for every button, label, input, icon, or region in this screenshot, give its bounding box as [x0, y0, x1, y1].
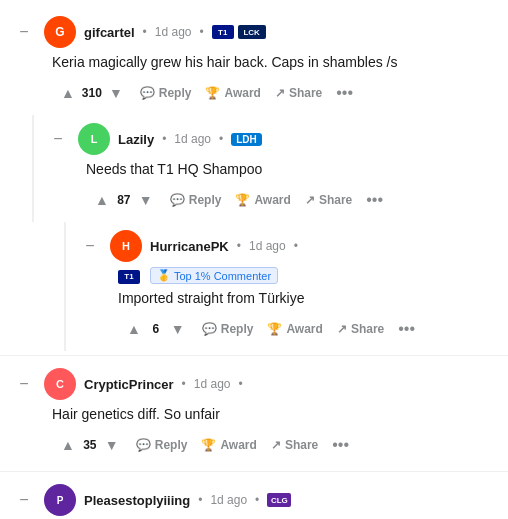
reply-button-crypticprincer[interactable]: 💬 Reply [130, 434, 194, 456]
divider-2 [0, 471, 508, 472]
share-button-crypticprincer[interactable]: ↗ Share [265, 434, 324, 456]
vote-up-crypticprincer[interactable]: ▲ [58, 435, 78, 455]
medal-icon: 🥇 [157, 269, 171, 282]
collapse-button-hurricanepk[interactable]: − [78, 234, 102, 258]
username-lazily: Lazily [118, 132, 154, 147]
flair-gifcartel: T1 LCK [212, 25, 266, 39]
comment-header-hurricanepk: − H HurricanePK • 1d ago • [78, 230, 496, 262]
comment-actions-gifcartel: ▲ 310 ▼ 💬 Reply 🏆 Award ↗ Share ••• [12, 79, 496, 107]
award-icon: 🏆 [267, 322, 282, 336]
vote-count-gifcartel: 310 [82, 86, 102, 100]
timestamp-hurricanepk: 1d ago [249, 239, 286, 253]
share-icon: ↗ [271, 438, 281, 452]
reply-button-hurricanepk[interactable]: 💬 Reply [196, 318, 260, 340]
more-button-hurricanepk[interactable]: ••• [392, 316, 421, 342]
comment-gifcartel: − G gifcartel • 1d ago • T1 LCK Keria ma… [0, 8, 508, 115]
timestamp-lazily: 1d ago [174, 132, 211, 146]
vote-down-gifcartel[interactable]: ▼ [106, 83, 126, 103]
comment-pleasestoplyiiing: − P Pleasestoplyiiing • 1d ago • CLG Hai… [0, 476, 508, 519]
comment-actions-crypticprincer: ▲ 35 ▼ 💬 Reply 🏆 Award ↗ Share ••• [12, 431, 496, 459]
comment-header-gifcartel: − G gifcartel • 1d ago • T1 LCK [12, 16, 496, 48]
vote-up-gifcartel[interactable]: ▲ [58, 83, 78, 103]
timestamp-gifcartel: 1d ago [155, 25, 192, 39]
comment-body-gifcartel: Keria magically grew his hair back. Caps… [12, 52, 496, 73]
flair-lazily: LDH [231, 133, 262, 146]
timestamp-crypticprincer: 1d ago [194, 377, 231, 391]
comment-header-lazily: − L Lazily • 1d ago • LDH [46, 123, 496, 155]
avatar-gifcartel: G [44, 16, 76, 48]
top-commenter-badge-hurricanepk: 🥇 Top 1% Commenter [150, 267, 278, 284]
flair-row-hurricanepk: T1 🥇 Top 1% Commenter [78, 266, 496, 284]
reply-icon: 💬 [136, 438, 151, 452]
share-icon: ↗ [305, 193, 315, 207]
vote-count-hurricanepk: 6 [148, 322, 164, 336]
share-button-gifcartel[interactable]: ↗ Share [269, 82, 328, 104]
award-button-lazily[interactable]: 🏆 Award [229, 189, 296, 211]
collapse-button-gifcartel[interactable]: − [12, 20, 36, 44]
collapse-button-lazily[interactable]: − [46, 127, 70, 151]
award-button-hurricanepk[interactable]: 🏆 Award [261, 318, 328, 340]
avatar-hurricanepk: H [110, 230, 142, 262]
username-pleasestoplyiiing: Pleasestoplyiiing [84, 493, 190, 508]
vote-down-crypticprincer[interactable]: ▼ [102, 435, 122, 455]
award-icon: 🏆 [235, 193, 250, 207]
vote-section-lazily: ▲ 87 ▼ [86, 186, 162, 214]
more-button-gifcartel[interactable]: ••• [330, 80, 359, 106]
share-icon: ↗ [337, 322, 347, 336]
vote-up-lazily[interactable]: ▲ [92, 190, 112, 210]
avatar-crypticprincer: C [44, 368, 76, 400]
collapse-button-crypticprincer[interactable]: − [12, 372, 36, 396]
reply-button-lazily[interactable]: 💬 Reply [164, 189, 228, 211]
comment-actions-hurricanepk: ▲ 6 ▼ 💬 Reply 🏆 Award ↗ Share ••• [78, 315, 496, 343]
vote-section-crypticprincer: ▲ 35 ▼ [52, 431, 128, 459]
vote-section-hurricanepk: ▲ 6 ▼ [118, 315, 194, 343]
award-button-gifcartel[interactable]: 🏆 Award [199, 82, 266, 104]
t1-flair: T1 [212, 25, 234, 39]
vote-down-lazily[interactable]: ▼ [136, 190, 156, 210]
award-icon: 🏆 [205, 86, 220, 100]
comment-header-pleasestoplyiiing: − P Pleasestoplyiiing • 1d ago • CLG [12, 484, 496, 516]
avatar-pleasestoplyiiing: P [44, 484, 76, 516]
comment-body-crypticprincer: Hair genetics diff. So unfair [12, 404, 496, 425]
vote-up-hurricanepk[interactable]: ▲ [124, 319, 144, 339]
award-icon: 🏆 [201, 438, 216, 452]
share-button-hurricanepk[interactable]: ↗ Share [331, 318, 390, 340]
comment-crypticprincer: − C CrypticPrincer • 1d ago • Hair genet… [0, 360, 508, 467]
clg-flair: CLG [267, 493, 291, 507]
more-button-crypticprincer[interactable]: ••• [326, 432, 355, 458]
more-button-lazily[interactable]: ••• [360, 187, 389, 213]
lck-flair: LCK [238, 25, 266, 39]
vote-down-hurricanepk[interactable]: ▼ [168, 319, 188, 339]
comment-actions-lazily: ▲ 87 ▼ 💬 Reply 🏆 Award ↗ Share ••• [46, 186, 496, 214]
username-hurricanepk: HurricanePK [150, 239, 229, 254]
comment-body-hurricanepk: Imported straight from Türkiye [78, 288, 496, 309]
vote-section-gifcartel: ▲ 310 ▼ [52, 79, 132, 107]
award-button-crypticprincer[interactable]: 🏆 Award [195, 434, 262, 456]
reply-icon: 💬 [202, 322, 217, 336]
avatar-lazily: L [78, 123, 110, 155]
comment-lazily: − L Lazily • 1d ago • LDH Needs that T1 … [32, 115, 508, 222]
comment-hurricanepk: − H HurricanePK • 1d ago • T1 🥇 Top 1% C… [64, 222, 508, 351]
reply-icon: 💬 [170, 193, 185, 207]
comment-body-lazily: Needs that T1 HQ Shampoo [46, 159, 496, 180]
vote-count-crypticprincer: 35 [82, 438, 98, 452]
collapse-button-pleasestoplyiiing[interactable]: − [12, 488, 36, 512]
divider-1 [0, 355, 508, 356]
timestamp-pleasestoplyiiing: 1d ago [210, 493, 247, 507]
flair-pleasestoplyiiing: CLG [267, 493, 291, 507]
reply-button-gifcartel[interactable]: 💬 Reply [134, 82, 198, 104]
comment-header-crypticprincer: − C CrypticPrincer • 1d ago • [12, 368, 496, 400]
share-icon: ↗ [275, 86, 285, 100]
ldh-flair: LDH [231, 133, 262, 146]
t1-flair-hurricanepk: T1 [118, 270, 140, 284]
reply-icon: 💬 [140, 86, 155, 100]
vote-count-lazily: 87 [116, 193, 132, 207]
username-gifcartel: gifcartel [84, 25, 135, 40]
username-crypticprincer: CrypticPrincer [84, 377, 174, 392]
share-button-lazily[interactable]: ↗ Share [299, 189, 358, 211]
